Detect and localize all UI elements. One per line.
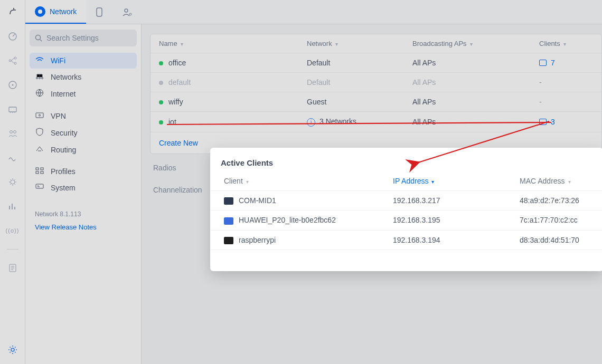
clients-icon[interactable] [7, 128, 18, 139]
logo-icon[interactable] [7, 6, 18, 18]
sidebar-item-internet[interactable]: Internet [30, 85, 137, 102]
table-row[interactable]: officeDefaultAll APs7 [150, 53, 601, 73]
svg-point-11 [11, 348, 14, 351]
wifi-network: Default [307, 78, 330, 87]
table-row[interactable]: ioti3 NetworksAll APs3 [150, 112, 601, 132]
svg-point-3 [14, 62, 16, 64]
client-mac: 7c:a1:77:70:c2:cc [520, 216, 589, 224]
svg-point-8 [13, 131, 16, 133]
profiles-icon [35, 167, 44, 176]
stats-icon[interactable] [7, 200, 18, 212]
client-name: COM-MID1 [239, 196, 276, 205]
chevron-down-icon: ▾ [470, 41, 473, 47]
routing-icon [35, 145, 44, 154]
col-clients[interactable]: Clients▾ [539, 40, 593, 47]
vpn-icon [35, 111, 44, 120]
svg-point-1 [9, 60, 11, 62]
sidebar-item-label: Profiles [51, 167, 76, 176]
settings-gear-icon[interactable] [7, 344, 18, 356]
sidebar-item-label: VPN [51, 112, 66, 120]
clients-icon [539, 119, 547, 125]
disc-icon[interactable] [7, 79, 18, 91]
clients-link[interactable]: 7 [539, 59, 593, 67]
ports-icon[interactable] [7, 103, 18, 115]
tab-network[interactable]: Network [25, 0, 86, 24]
table-row[interactable]: wiffyGuestAll APs- [150, 92, 601, 112]
networks-icon [35, 72, 44, 81]
wave-icon[interactable] [7, 152, 18, 164]
svg-point-21 [39, 114, 41, 116]
status-dot-icon [159, 61, 163, 65]
search-placeholder: Search Settings [46, 34, 99, 42]
sidebar-item-security[interactable]: Security [30, 124, 137, 141]
svg-point-16 [36, 78, 38, 79]
sidebar-item-label: Security [51, 129, 78, 137]
table-row[interactable]: defaultDefaultAll APs- [150, 73, 601, 92]
dashboard-icon[interactable] [7, 31, 18, 42]
client-row[interactable]: COM-MID1192.168.3.21748:a9:d2:7e:73:26 [210, 191, 602, 210]
wifi-network: 3 Networks [319, 117, 356, 126]
search-icon [35, 34, 42, 42]
wifi-aps: All APs [412, 118, 539, 126]
client-name: raspberrypi [239, 236, 276, 244]
insights-icon[interactable] [7, 176, 18, 188]
svg-rect-26 [36, 184, 43, 188]
sidebar-item-routing[interactable]: Routing [30, 141, 137, 158]
svg-rect-20 [36, 113, 43, 118]
info-icon: i [307, 118, 315, 127]
wifi-table: Name▾ Network▾ Broadcasting APs▾ Clients… [150, 34, 602, 154]
radio-icon[interactable]: ((o)) [7, 225, 18, 236]
notes-icon[interactable] [7, 262, 18, 274]
search-input[interactable]: Search Settings [30, 30, 137, 46]
col-mac[interactable]: MAC Address▾ [520, 177, 589, 185]
tab-devices[interactable] [86, 0, 112, 24]
chevron-down-icon: ▾ [568, 179, 571, 185]
col-network[interactable]: Network▾ [307, 40, 412, 47]
status-dot-icon [159, 120, 163, 124]
clients-link[interactable]: 3 [539, 118, 593, 126]
sidebar-item-wifi[interactable]: WiFi [30, 53, 137, 69]
release-notes-link[interactable]: View Release Notes [35, 223, 97, 231]
wifi-name: wiffy [168, 98, 183, 106]
sidebar-item-networks[interactable]: Networks [30, 69, 137, 85]
sidebar-item-profiles[interactable]: Profiles [30, 163, 137, 179]
tab-users[interactable] [112, 0, 142, 24]
svg-point-7 [10, 131, 12, 133]
sidebar-item-label: System [51, 184, 76, 192]
col-ip[interactable]: IP Address▾ [393, 177, 520, 185]
svg-rect-6 [9, 107, 16, 112]
svg-point-5 [12, 84, 13, 86]
chevron-down-icon: ▾ [335, 41, 338, 47]
client-row[interactable]: HUAWEI_P20_lite-b0e2fbc62192.168.3.1957c… [210, 210, 602, 230]
chevron-down-icon: ▾ [431, 179, 434, 185]
col-aps[interactable]: Broadcasting APs▾ [412, 40, 539, 47]
clients-icon [539, 60, 547, 66]
client-ip: 192.168.3.194 [393, 236, 520, 244]
topology-icon[interactable] [7, 55, 18, 66]
svg-rect-12 [97, 8, 102, 16]
sidebar-item-vpn[interactable]: VPN [30, 108, 137, 124]
clients-cell: - [539, 78, 593, 87]
client-mac: 48:a9:d2:7e:73:26 [520, 196, 589, 205]
chevron-down-icon: ▾ [563, 41, 566, 47]
svg-point-18 [42, 78, 43, 79]
sidebar-item-label: Routing [51, 146, 76, 154]
wifi-name: office [168, 59, 186, 67]
chevron-down-icon: ▾ [246, 179, 249, 185]
col-name[interactable]: Name▾ [159, 40, 307, 47]
col-client[interactable]: Client▾ [224, 177, 393, 185]
wifi-aps: All APs [412, 59, 539, 67]
system-icon [35, 183, 44, 192]
client-row[interactable]: raspberrypi192.168.3.194d8:3a:dd:4d:51:7… [210, 231, 602, 250]
svg-rect-25 [41, 171, 43, 174]
version-label: Network 8.1.113 [35, 210, 97, 218]
network-dot-icon [35, 6, 45, 17]
globe-icon [35, 89, 44, 99]
sidebar-item-system[interactable]: System [30, 179, 137, 196]
svg-point-17 [39, 78, 41, 79]
sidebar-item-label: Networks [51, 73, 81, 81]
sidebar-item-label: Internet [51, 90, 76, 98]
tab-network-label: Network [50, 7, 77, 16]
svg-point-15 [36, 35, 41, 40]
status-dot-icon [159, 100, 163, 104]
